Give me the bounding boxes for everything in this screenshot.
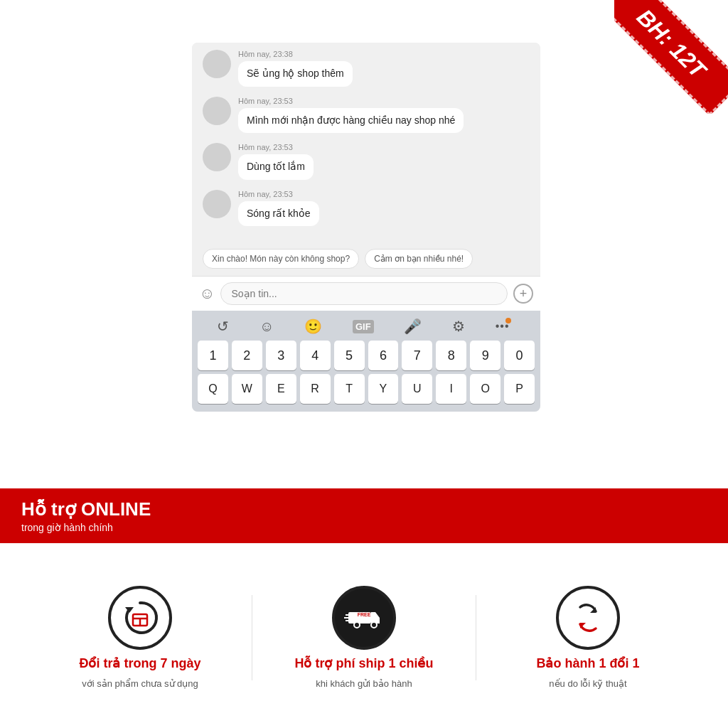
key-w[interactable]: w [232, 374, 262, 404]
key-e[interactable]: e [266, 374, 296, 404]
emoji-icon[interactable]: ☺ [199, 284, 215, 303]
keyboard-emoji-icon[interactable]: ☺ [259, 318, 274, 335]
keyboard-number-row: 1 2 3 4 5 6 7 8 9 0 [195, 341, 537, 370]
key-p[interactable]: p [504, 374, 535, 404]
message-bubble: Dùng tốt lắm [238, 154, 314, 180]
footer-item-shipping: FREE SHIPPING Hỗ trợ phí ship 1 chiều kh… [252, 586, 476, 688]
shipping-icon: FREE SHIPPING [343, 596, 385, 639]
footer-sub-return: với sản phẩm chưa sử dụng [82, 678, 198, 689]
keyboard-gif-icon[interactable]: GIF [353, 320, 374, 333]
footer-title-return: Đổi trả trong 7 ngày [79, 655, 200, 672]
footer-item-warranty: Bảo hành 1 đổi 1 nếu do lỗi kỹ thuật [476, 586, 700, 688]
avatar [203, 143, 231, 171]
footer-sub-warranty: nếu do lỗi kỹ thuật [549, 678, 626, 689]
chat-messages: Hôm nay, 23:38 Sẽ ủng hộ shop thêm Hôm n… [192, 43, 540, 243]
key-7[interactable]: 7 [402, 341, 432, 370]
key-5[interactable]: 5 [334, 341, 365, 370]
return-icon [119, 597, 161, 638]
key-8[interactable]: 8 [436, 341, 466, 370]
svg-text:SHIPPING: SHIPPING [355, 619, 373, 623]
chat-message-row: Hôm nay, 23:53 Mình mới nhận được hàng c… [203, 97, 530, 134]
message-time: Hôm nay, 23:38 [238, 50, 530, 58]
keyboard-area: ↺ ☺ 🙂 GIF 🎤 ⚙ ••• 1 2 3 4 5 6 7 8 [192, 311, 540, 412]
chat-message-row: Hôm nay, 23:38 Sẽ ủng hộ shop thêm [203, 50, 530, 87]
bottom-red-bar: Hỗ trợ ONLINE trong giờ hành chính [0, 488, 728, 543]
key-3[interactable]: 3 [266, 341, 296, 370]
keyboard-switch-icon[interactable]: ↺ [217, 318, 229, 335]
message-content: Hôm nay, 23:53 Mình mới nhận được hàng c… [238, 97, 530, 134]
message-time: Hôm nay, 23:53 [238, 190, 530, 198]
key-1[interactable]: 1 [198, 341, 228, 370]
key-2[interactable]: 2 [232, 341, 262, 370]
key-9[interactable]: 9 [470, 341, 500, 370]
chat-message-row: Hôm nay, 23:53 Sóng rất khỏe [203, 190, 530, 227]
footer-title-warranty: Bảo hành 1 đổi 1 [536, 655, 639, 672]
avatar [203, 50, 231, 78]
message-content: Hôm nay, 23:53 Sóng rất khỏe [238, 190, 530, 227]
keyboard-letter-row: q w e r t y u i o p [195, 374, 537, 404]
keyboard-more-icon[interactable]: ••• [496, 320, 515, 333]
keyboard-sticker-icon[interactable]: 🙂 [304, 318, 322, 335]
online-label: ONLINE [81, 498, 151, 520]
chat-area: Hôm nay, 23:38 Sẽ ủng hộ shop thêm Hôm n… [192, 43, 540, 412]
keyboard-toolbar: ↺ ☺ 🙂 GIF 🎤 ⚙ ••• [195, 315, 537, 341]
input-bar: ☺ + [192, 276, 540, 311]
plus-button[interactable]: + [513, 284, 533, 304]
key-0[interactable]: 0 [504, 341, 535, 370]
footer-item-return: Đổi trả trong 7 ngày với sản phẩm chưa s… [28, 586, 252, 688]
message-bubble: Sóng rất khỏe [238, 201, 319, 227]
keyboard-settings-icon[interactable]: ⚙ [452, 318, 465, 335]
quick-reply-btn-2[interactable]: Cảm ơn bạn nhiều nhé! [365, 249, 473, 269]
online-support-title: Hỗ trợ ONLINE [21, 498, 707, 520]
svg-point-10 [371, 622, 377, 628]
warranty-icon-circle [556, 586, 620, 650]
footer-title-shipping: Hỗ trợ phí ship 1 chiều [294, 655, 433, 672]
chat-message-row: Hôm nay, 23:53 Dùng tốt lắm [203, 143, 530, 180]
avatar [203, 97, 231, 125]
footer-icons: Đổi trả trong 7 ngày với sản phẩm chưa s… [0, 547, 728, 728]
bh-ribbon-text: BH: 12T [614, 0, 728, 114]
warranty-icon [567, 597, 609, 638]
online-support-sub: trong giờ hành chính [21, 522, 707, 533]
footer-sub-shipping: khi khách gửi bảo hành [316, 678, 412, 689]
key-y[interactable]: y [368, 374, 399, 404]
svg-text:FREE: FREE [358, 612, 371, 617]
message-input[interactable] [220, 282, 508, 305]
message-content: Hôm nay, 23:38 Sẽ ủng hộ shop thêm [238, 50, 530, 87]
key-i[interactable]: i [436, 374, 466, 404]
message-time: Hôm nay, 23:53 [238, 143, 530, 151]
svg-point-9 [354, 622, 360, 628]
bh-badge: BH: 12T [614, 0, 728, 114]
avatar [203, 190, 231, 218]
key-r[interactable]: r [300, 374, 331, 404]
message-content: Hôm nay, 23:53 Dùng tốt lắm [238, 143, 530, 180]
quick-reply-btn-1[interactable]: Xin chào! Món này còn không shop? [203, 249, 359, 269]
message-time: Hôm nay, 23:53 [238, 97, 530, 105]
key-t[interactable]: t [334, 374, 365, 404]
key-4[interactable]: 4 [300, 341, 331, 370]
key-6[interactable]: 6 [368, 341, 399, 370]
quick-replies: Xin chào! Món này còn không shop? Cảm ơn… [192, 243, 540, 276]
message-bubble: Mình mới nhận được hàng chiều nay shop n… [238, 108, 464, 134]
key-u[interactable]: u [402, 374, 432, 404]
return-icon-circle [108, 586, 172, 650]
key-q[interactable]: q [198, 374, 228, 404]
message-bubble: Sẽ ủng hộ shop thêm [238, 61, 353, 87]
main-container: BH: 12T Hôm nay, 23:38 Sẽ ủng hộ shop th… [0, 0, 728, 728]
key-o[interactable]: o [470, 374, 500, 404]
keyboard-mic-icon[interactable]: 🎤 [404, 318, 422, 335]
shipping-icon-circle: FREE SHIPPING [332, 586, 396, 650]
